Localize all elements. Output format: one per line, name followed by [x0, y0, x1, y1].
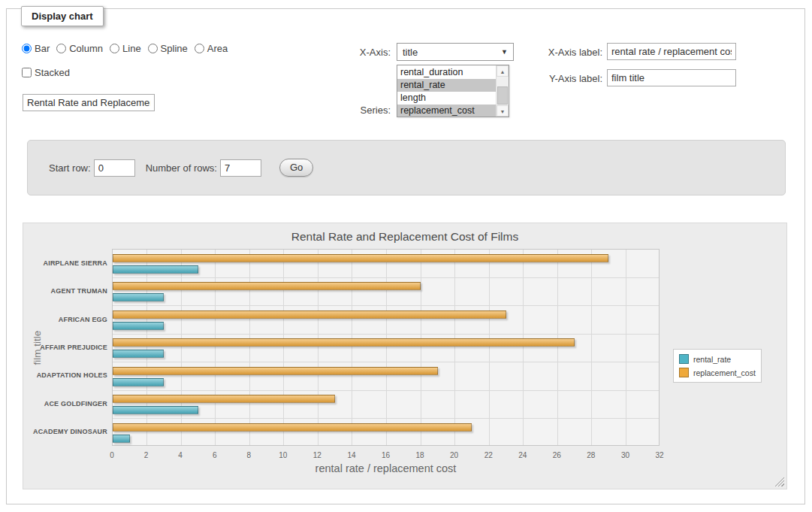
gridline-y-2 [113, 305, 659, 306]
chart-type-label-line: Line [122, 43, 141, 54]
gridline-x-24 [523, 250, 524, 445]
gridline-y-6 [113, 418, 659, 419]
panel-legend: Display chart [21, 6, 104, 26]
x-tick-2: 2 [131, 451, 161, 459]
gridline-x-12 [318, 250, 318, 445]
x-tick-20: 20 [439, 451, 469, 459]
bar-replacement_cost [113, 423, 472, 432]
x-tick-6: 6 [200, 451, 230, 459]
x-axis-label-input[interactable] [607, 43, 736, 60]
bar-rental_rate [113, 435, 130, 443]
resize-handle-icon[interactable] [774, 477, 784, 486]
gridline-x-26 [557, 250, 558, 445]
gridline-y-1 [113, 277, 659, 278]
legend-swatch-replacement_cost [679, 368, 689, 377]
x-tick-26: 26 [542, 451, 572, 459]
series-option-rental_duration[interactable]: rental_duration [397, 66, 496, 79]
chart-type-label-column: Column [69, 43, 103, 54]
gridline-x-6 [215, 250, 216, 445]
x-axis-label-caption: X-Axis label: [532, 47, 602, 58]
legend-label-replacement_cost: replacement_cost [693, 368, 756, 377]
x-tick-10: 10 [268, 451, 298, 459]
series-select-label: Series: [338, 105, 391, 116]
bar-rental_rate [113, 293, 164, 301]
gridline-x-10 [283, 250, 284, 445]
gridline-x-18 [421, 250, 421, 445]
bar-rental_rate [113, 378, 164, 386]
bar-rental_rate [113, 265, 198, 274]
chart-type-label-area: Area [207, 43, 228, 54]
series-multiselect[interactable]: rental_durationrental_ratelengthreplacem… [397, 65, 509, 117]
category-label: AGENT TRUMAN [23, 287, 107, 295]
chart-title: Rental Rate and Replacement Cost of Film… [23, 230, 786, 244]
bar-rental_rate [113, 350, 164, 358]
bar-replacement_cost [113, 395, 335, 403]
start-row-label: Start row: [49, 162, 91, 174]
series-option-rental_rate[interactable]: rental_rate [397, 79, 496, 92]
chart-type-option-spline[interactable]: Spline [148, 43, 188, 54]
chart-type-radio-bar[interactable] [22, 44, 32, 53]
x-tick-12: 12 [302, 451, 332, 459]
go-button[interactable]: Go [279, 159, 313, 177]
x-tick-16: 16 [371, 451, 401, 459]
category-label: ADAPTATION HOLES [23, 371, 107, 379]
gridline-y-5 [113, 390, 659, 391]
start-row-input[interactable] [94, 159, 135, 177]
chart-container: Rental Rate and Replacement Cost of Film… [23, 223, 787, 489]
gridline-x-30 [626, 250, 626, 445]
series-option-replacement_cost[interactable]: replacement_cost [397, 105, 496, 117]
chart-type-radio-line[interactable] [110, 44, 119, 53]
chart-type-radios: BarColumnLineSplineArea [22, 43, 228, 54]
chart-type-label-bar: Bar [35, 43, 50, 54]
chart-type-label-spline: Spline [161, 43, 188, 54]
series-options: rental_durationrental_ratelengthreplacem… [397, 65, 496, 117]
x-axis-selected-value: title [403, 47, 418, 58]
chart-type-radio-spline[interactable] [148, 44, 158, 53]
gridline-x-14 [352, 250, 352, 445]
chevron-down-icon: ▼ [501, 48, 508, 56]
chart-title-input[interactable] [23, 94, 155, 111]
x-tick-14: 14 [337, 451, 367, 459]
scroll-up-icon[interactable]: ▲ [497, 65, 509, 77]
x-axis-select[interactable]: title ▼ [397, 43, 514, 61]
y-axis-label-caption: Y-Axis label: [532, 73, 602, 84]
series-option-length[interactable]: length [397, 92, 496, 105]
chart-type-option-column[interactable]: Column [56, 43, 103, 54]
x-tick-30: 30 [610, 451, 640, 459]
gridline-x-8 [249, 250, 250, 445]
stacked-checkbox[interactable] [22, 68, 32, 77]
x-axis-title: rental rate / replacement cost [112, 462, 660, 474]
bar-rental_rate [113, 406, 198, 414]
category-label: AIRPLANE SIERRA [23, 259, 107, 267]
chart-type-radio-column[interactable] [56, 44, 66, 53]
x-tick-8: 8 [234, 451, 264, 459]
bar-replacement_cost [113, 254, 608, 262]
legend-item-replacement_cost: replacement_cost [679, 368, 756, 377]
scroll-down-icon[interactable]: ▼ [497, 105, 509, 117]
gridline-y-4 [113, 362, 659, 362]
chart-type-option-area[interactable]: Area [195, 43, 228, 54]
legend-label-rental_rate: rental_rate [693, 355, 731, 364]
x-tick-32: 32 [644, 451, 675, 459]
x-tick-24: 24 [508, 451, 538, 459]
x-tick-4: 4 [165, 451, 195, 459]
category-label: AFRICAN EGG [23, 316, 107, 323]
stacked-label: Stacked [35, 67, 70, 78]
chart-type-option-bar[interactable]: Bar [22, 43, 50, 54]
chart-type-radio-area[interactable] [195, 44, 204, 53]
bar-rental_rate [113, 322, 164, 330]
scrollbar-thumb[interactable] [497, 86, 508, 105]
chart-type-option-line[interactable]: Line [110, 43, 141, 54]
y-axis-label-input[interactable] [607, 69, 736, 86]
x-tick-0: 0 [97, 451, 127, 459]
bar-replacement_cost [113, 282, 421, 290]
gridline-x-2 [146, 250, 147, 445]
plot-area [112, 249, 660, 446]
num-rows-input[interactable] [220, 159, 261, 177]
gridline-x-20 [454, 250, 455, 445]
series-scrollbar[interactable]: ▲ ▼ [496, 65, 509, 117]
stacked-option[interactable]: Stacked [22, 67, 70, 78]
category-label: AFFAIR PREJUDICE [23, 344, 107, 351]
x-tick-22: 22 [473, 451, 503, 459]
gridline-x-28 [591, 250, 592, 445]
